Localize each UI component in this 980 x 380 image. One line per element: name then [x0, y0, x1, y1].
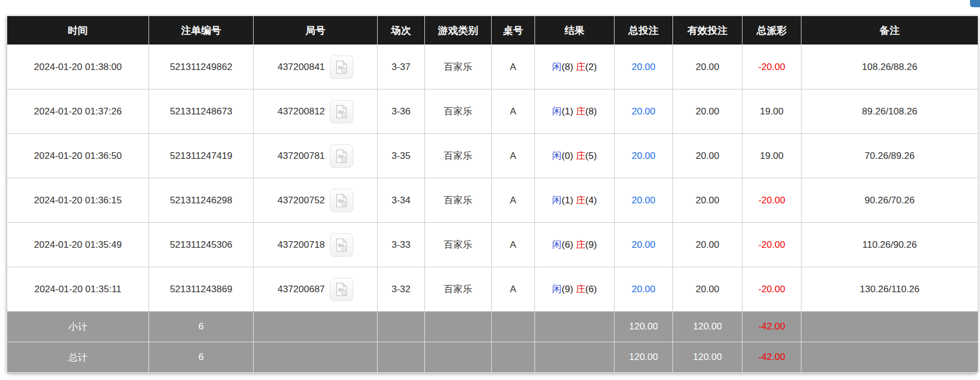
cell-total-bet-link[interactable]: 20.00	[615, 178, 673, 223]
grand-total-empty-result	[535, 342, 615, 373]
result-banker-label: 庄	[576, 151, 585, 161]
result-player-score: (9)	[562, 284, 573, 294]
result-player-score: (6)	[562, 239, 573, 250]
cell-result: 闲(1) 庄(4)	[535, 178, 615, 223]
cell-table-number: A	[492, 89, 535, 134]
grand-total-total-payout: -42.00	[743, 342, 801, 373]
subtotal-label: 小计	[7, 312, 149, 342]
video-file-icon	[333, 281, 350, 298]
cell-total-payout: -20.00	[743, 45, 801, 89]
corner-button[interactable]	[970, 0, 980, 7]
cell-total-payout: 19.00	[743, 89, 801, 134]
cell-result: 闲(9) 庄(6)	[535, 267, 615, 312]
bet-record-row: 2024-01-20 01:37:26 521311248673 4372008…	[7, 89, 978, 134]
result-player-score: (8)	[562, 62, 573, 72]
cell-table-number: A	[492, 178, 535, 223]
cell-result: 闲(6) 庄(9)	[535, 223, 615, 267]
cell-table-number: A	[492, 267, 535, 312]
video-replay-button[interactable]	[330, 100, 353, 123]
video-replay-button[interactable]	[330, 56, 353, 79]
video-file-icon	[333, 103, 350, 121]
result-banker-score: (6)	[585, 284, 597, 294]
bet-record-row: 2024-01-20 01:35:11 521311243869 4372006…	[7, 267, 978, 312]
header-remark: 备注	[801, 16, 978, 45]
cell-bet-number: 521311249862	[149, 45, 254, 89]
header-result: 结果	[535, 16, 615, 45]
result-banker-label: 庄	[576, 239, 585, 250]
grand-total-empty-game	[425, 342, 492, 373]
result-banker-score: (5)	[585, 151, 597, 161]
subtotal-empty-result	[535, 312, 615, 342]
video-replay-button[interactable]	[330, 233, 353, 257]
result-player-score: (1)	[562, 106, 573, 117]
cell-time: 2024-01-20 01:35:11	[7, 267, 149, 312]
subtotal-valid-bet: 120.00	[673, 312, 743, 342]
grand-total-total-bet: 120.00	[615, 342, 673, 373]
bet-record-row: 2024-01-20 01:38:00 521311249862 4372008…	[7, 45, 978, 89]
cell-total-payout: -20.00	[743, 267, 801, 312]
cell-bet-number: 521311243869	[149, 267, 254, 312]
result-player-label: 闲	[552, 239, 562, 250]
cell-total-bet-link[interactable]: 20.00	[615, 267, 673, 312]
cell-total-bet-link[interactable]: 20.00	[615, 223, 673, 267]
grand-total-row: 总计 6 120.00 120.00 -42.00	[7, 342, 978, 373]
grand-total-valid-bet: 120.00	[673, 342, 743, 373]
result-banker-score: (8)	[585, 106, 597, 117]
cell-remark: 110.26/90.26	[801, 223, 978, 267]
grand-total-count: 6	[149, 342, 254, 373]
cell-session: 3-36	[378, 89, 425, 134]
result-banker-score: (2)	[585, 62, 597, 72]
cell-remark: 70.26/89.26	[801, 134, 978, 178]
video-replay-button[interactable]	[330, 189, 353, 212]
cell-total-bet-link[interactable]: 20.00	[615, 134, 673, 178]
cell-total-bet-link[interactable]: 20.00	[615, 45, 673, 89]
cell-round-number: 437200718	[254, 223, 378, 267]
cell-valid-bet: 20.00	[673, 178, 743, 223]
cell-time: 2024-01-20 01:38:00	[7, 45, 149, 89]
cell-session: 3-35	[378, 134, 425, 178]
cell-game-type: 百家乐	[425, 267, 492, 312]
cell-result: 闲(0) 庄(5)	[535, 134, 615, 178]
cell-session: 3-34	[378, 178, 425, 223]
grand-total-empty-session	[378, 342, 425, 373]
result-player-label: 闲	[552, 106, 562, 117]
cell-game-type: 百家乐	[425, 45, 492, 89]
header-table-number: 桌号	[492, 16, 535, 45]
cell-result: 闲(1) 庄(8)	[535, 89, 615, 134]
subtotal-row: 小计 6 120.00 120.00 -42.00	[7, 312, 978, 342]
grand-total-label: 总计	[7, 342, 149, 373]
video-replay-button[interactable]	[330, 278, 353, 301]
result-player-score: (0)	[562, 151, 573, 161]
video-replay-button[interactable]	[330, 144, 353, 168]
round-number-text: 437200687	[278, 284, 325, 295]
round-number-text: 437200812	[278, 106, 325, 117]
result-banker-score: (4)	[585, 195, 597, 206]
cell-total-bet-link[interactable]: 20.00	[615, 89, 673, 134]
result-player-score: (1)	[562, 195, 573, 206]
bet-record-row: 2024-01-20 01:35:49 521311245306 4372007…	[7, 223, 978, 267]
subtotal-count: 6	[149, 312, 254, 342]
cell-time: 2024-01-20 01:37:26	[7, 89, 149, 134]
result-banker-label: 庄	[576, 62, 585, 72]
cell-remark: 130.26/110.26	[801, 267, 978, 312]
header-total-payout: 总派彩	[743, 16, 801, 45]
cell-round-number: 437200812	[254, 89, 378, 134]
cell-remark: 89.26/108.26	[801, 89, 978, 134]
cell-total-payout: -20.00	[743, 178, 801, 223]
cell-valid-bet: 20.00	[673, 134, 743, 178]
result-banker-score: (9)	[585, 239, 597, 250]
cell-game-type: 百家乐	[425, 223, 492, 267]
header-session: 场次	[378, 16, 425, 45]
grand-total-empty-table	[492, 342, 535, 373]
bet-records-table: 时间 注单编号 局号 场次 游戏类别 桌号 结果 总投注 有效投注 总派彩 备注…	[7, 16, 978, 373]
round-number-text: 437200841	[278, 62, 325, 73]
cell-time: 2024-01-20 01:36:50	[7, 134, 149, 178]
cell-session: 3-37	[378, 45, 425, 89]
result-banker-label: 庄	[576, 195, 585, 206]
grand-total-empty-remark	[801, 342, 978, 373]
header-game-type: 游戏类别	[425, 16, 492, 45]
result-player-label: 闲	[552, 195, 562, 206]
cell-bet-number: 521311245306	[149, 223, 254, 267]
header-round-number: 局号	[254, 16, 378, 45]
cell-time: 2024-01-20 01:36:15	[7, 178, 149, 223]
